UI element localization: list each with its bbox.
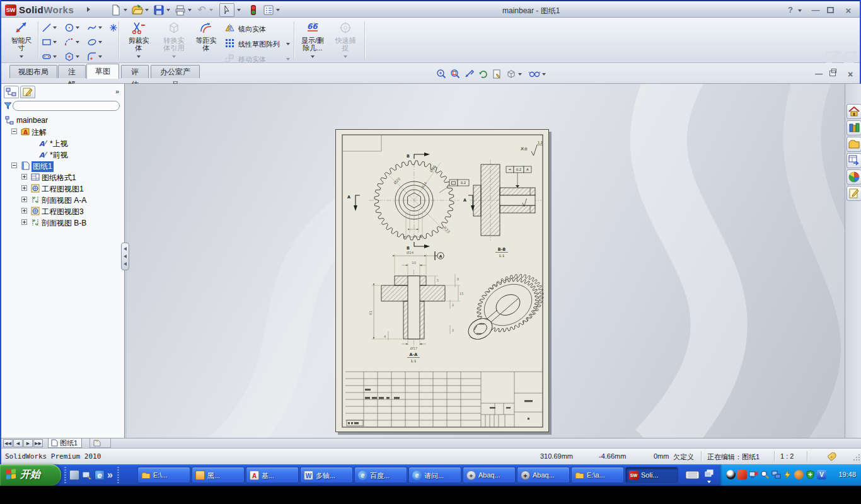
- menu-expand-arrow-icon[interactable]: [87, 7, 90, 12]
- smart-dimension-dropdown-icon[interactable]: [20, 55, 23, 58]
- circle-dropdown-icon[interactable]: [76, 26, 79, 29]
- display-style-icon[interactable]: [506, 69, 518, 79]
- dim-dia17[interactable]: Ø17: [410, 346, 418, 350]
- convert-entities-button[interactable]: 转换实体引用: [156, 20, 192, 59]
- linear-pattern-dropdown-icon[interactable]: [286, 43, 290, 45]
- smart-dimension-button[interactable]: 智能尺寸: [4, 20, 39, 59]
- taskbar-item-note[interactable]: 黑...: [192, 467, 245, 483]
- traffic-light-icon[interactable]: [247, 4, 260, 16]
- resize-grip[interactable]: [853, 454, 860, 461]
- display-delete-relations-button[interactable]: 66 显示/删除几...: [296, 20, 329, 59]
- dim-5[interactable]: 5: [437, 278, 439, 282]
- language-options-icon[interactable]: [705, 468, 714, 483]
- save-icon[interactable]: [153, 4, 165, 16]
- undo-dropdown-icon[interactable]: [209, 9, 213, 11]
- next-sheet-button[interactable]: ▶: [23, 439, 33, 447]
- arc-dropdown-icon[interactable]: [76, 41, 79, 43]
- linear-pattern-icon[interactable]: [224, 38, 235, 51]
- polygon-dropdown-icon[interactable]: [76, 55, 79, 58]
- appearances-button[interactable]: [847, 169, 861, 185]
- collapse-icon[interactable]: [11, 129, 17, 134]
- file-explorer-button[interactable]: [847, 137, 861, 152]
- status-sheet-scale[interactable]: 1 : 2: [780, 452, 794, 460]
- quick-snaps-dropdown-icon[interactable]: [344, 55, 347, 58]
- offset-entities-button[interactable]: 等距实体: [190, 20, 222, 52]
- polygon-tool-icon[interactable]: [64, 52, 74, 62]
- keyboard-icon[interactable]: [686, 471, 700, 482]
- tab-sketch[interactable]: 草图: [86, 64, 119, 79]
- filter-input[interactable]: [13, 101, 120, 111]
- circle-tool-icon[interactable]: [64, 23, 74, 33]
- display-style-dropdown-icon[interactable]: [518, 73, 522, 76]
- select-dropdown-icon[interactable]: [237, 9, 241, 11]
- select-tool-button[interactable]: [219, 3, 234, 17]
- print-dropdown-icon[interactable]: [188, 9, 192, 11]
- add-sheet-tab[interactable]: [90, 438, 111, 448]
- gtol-frame-perpendicularity[interactable]: 0.2: [439, 180, 469, 193]
- open-dropdown-icon[interactable]: [145, 9, 149, 11]
- zoom-area-icon[interactable]: [450, 69, 463, 79]
- taskbar-item-pdf[interactable]: A 基...: [246, 467, 299, 483]
- spline-dropdown-icon[interactable]: [98, 26, 102, 29]
- ie-quicklaunch-icon[interactable]: e: [95, 470, 105, 480]
- options-dropdown-icon[interactable]: [276, 9, 280, 11]
- tree-item-front-view[interactable]: A *前视: [1, 149, 124, 160]
- taskbar-item-abaqus2[interactable]: ✦ Abaq...: [517, 467, 570, 483]
- move-dropdown-icon[interactable]: [286, 58, 290, 60]
- dim-15[interactable]: 15: [459, 292, 463, 295]
- rectangle-dropdown-icon[interactable]: [53, 41, 57, 43]
- dim-r33[interactable]: R33: [442, 226, 451, 234]
- minimize-button[interactable]: —: [809, 5, 822, 14]
- custom-properties-button[interactable]: [847, 186, 861, 201]
- save-dropdown-icon[interactable]: [166, 9, 170, 11]
- panel-expand-chevron[interactable]: »: [115, 88, 119, 95]
- taskbar-item-ie2[interactable]: e 请问...: [408, 467, 461, 483]
- expand-icon[interactable]: [21, 185, 27, 191]
- point-tool-icon[interactable]: [108, 23, 118, 33]
- help-dropdown-icon[interactable]: [798, 9, 802, 12]
- resources-home-button[interactable]: [847, 104, 861, 119]
- dim-4[interactable]: 4: [384, 335, 386, 338]
- print-icon[interactable]: [174, 4, 187, 16]
- dim-8[interactable]: 8: [457, 277, 459, 281]
- doc-restore-button[interactable]: [829, 71, 836, 76]
- tab-view-layout[interactable]: 视图布局: [9, 65, 57, 78]
- tab-evaluate[interactable]: 评估: [121, 65, 149, 78]
- arc-tool-icon[interactable]: [64, 37, 74, 47]
- taskbar-item-abaqus1[interactable]: ✦ Abaq...: [463, 467, 516, 483]
- tree-item-sheet-format[interactable]: 图纸格式1: [1, 172, 124, 183]
- thunder-tray-icon[interactable]: [783, 470, 792, 479]
- tag-icon[interactable]: [827, 451, 837, 461]
- v-app-tray-icon[interactable]: V: [817, 470, 826, 479]
- panel-splitter-handle[interactable]: [121, 243, 129, 270]
- network-tray-icon[interactable]: [771, 470, 781, 479]
- line-tool-icon[interactable]: [42, 23, 52, 33]
- qq-tray-icon[interactable]: [726, 470, 736, 479]
- dim-dia24[interactable]: Ø24: [407, 251, 414, 255]
- expand-icon[interactable]: [21, 219, 27, 225]
- graphics-area[interactable]: Ø20 Ø25 Ø24 R33 B B: [127, 84, 845, 438]
- foxit-tray-icon[interactable]: [737, 470, 747, 479]
- featuremanager-tab[interactable]: [4, 86, 19, 98]
- tree-item-section-bb[interactable]: 剖面视图 B-B: [1, 217, 124, 228]
- drawing-view-section-aa[interactable]: Ø24 A: [369, 251, 463, 363]
- mirror-entities-button[interactable]: [224, 23, 235, 36]
- taskbar-item-solidworks[interactable]: SW Soli...: [625, 467, 678, 483]
- dim-2a[interactable]: 2: [452, 303, 454, 307]
- open-icon[interactable]: [131, 4, 144, 16]
- convert-dropdown-icon[interactable]: [172, 55, 176, 58]
- doc-close-button[interactable]: ×: [845, 69, 856, 79]
- tree-item-section-aa[interactable]: 剖面视图 A-A: [1, 195, 124, 205]
- rotate-view-icon[interactable]: [478, 69, 490, 79]
- line-dropdown-icon[interactable]: [53, 26, 57, 29]
- dim-2b[interactable]: 2: [452, 328, 454, 332]
- datum-a-symbol[interactable]: A: [426, 251, 444, 260]
- taskbar-item-ie1[interactable]: e 百度...: [354, 467, 407, 483]
- sheet-format-icon[interactable]: [492, 69, 504, 79]
- fillet-tool-icon[interactable]: [87, 52, 97, 62]
- slot-tool-icon[interactable]: [42, 52, 52, 62]
- slot-dropdown-icon[interactable]: [53, 55, 57, 58]
- quicklaunch-chevron[interactable]: »: [107, 469, 113, 481]
- surface-finish-note[interactable]: 其余 1.2: [521, 140, 543, 156]
- tab-annotation[interactable]: 注解: [58, 65, 86, 78]
